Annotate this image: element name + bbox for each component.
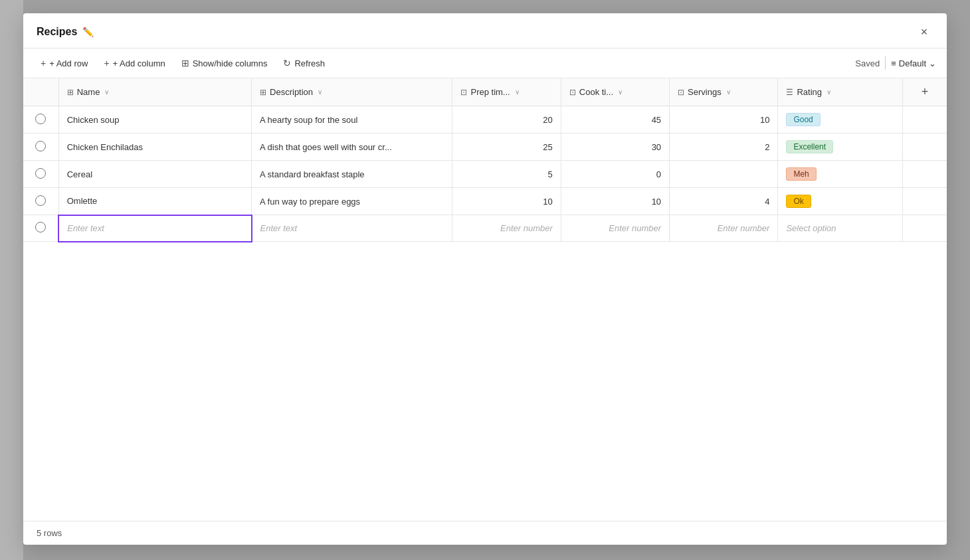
list-icon: ≡ xyxy=(891,58,896,68)
cell-prep-2[interactable]: 5 xyxy=(452,161,561,188)
cell-cook-0[interactable]: 45 xyxy=(561,106,669,134)
row-checkbox-0[interactable] xyxy=(23,106,58,134)
cell-cook-3[interactable]: 10 xyxy=(561,188,669,215)
cell-prep-3[interactable]: 10 xyxy=(452,188,561,215)
add-column-plus-button[interactable]: + xyxy=(911,85,939,99)
new-row-checkbox[interactable] xyxy=(23,215,58,242)
checkbox-header xyxy=(23,78,58,106)
modal-container: Recipes ✏️ × + + Add row + + Add column … xyxy=(23,13,947,545)
col-header-servings[interactable]: ⊡ Servings ∨ xyxy=(670,78,778,106)
prep-col-icon: ⊡ xyxy=(460,88,467,97)
show-hide-button[interactable]: ⊞ Show/hide columns xyxy=(175,54,274,72)
cell-extra-0 xyxy=(902,106,947,134)
row-count-label: 5 rows xyxy=(37,528,62,538)
cell-servings-0[interactable]: 10 xyxy=(670,106,778,134)
col-cook-label: Cook ti... xyxy=(579,87,613,97)
table-row: Chicken Enchiladas A dish that goes well… xyxy=(23,134,947,161)
rating-col-icon: ☰ xyxy=(786,88,793,97)
cell-extra-2 xyxy=(902,161,947,188)
refresh-label: Refresh xyxy=(294,58,325,68)
rating-badge-1: Excellent xyxy=(786,140,833,153)
new-row: Enter text Enter text Enter number Enter… xyxy=(23,215,947,242)
toolbar: + + Add row + + Add column ⊞ Show/hide c… xyxy=(23,48,947,78)
toolbar-right: Saved ≡ Default ⌄ xyxy=(855,56,936,70)
cell-servings-2[interactable] xyxy=(670,161,778,188)
name-col-icon: ⊞ xyxy=(67,88,74,97)
col-header-cook-time[interactable]: ⊡ Cook ti... ∨ xyxy=(561,78,669,106)
col-desc-label: Description xyxy=(270,87,313,97)
show-hide-label: Show/hide columns xyxy=(193,58,268,68)
rating-badge-2: Meh xyxy=(786,167,816,181)
show-hide-icon: ⊞ xyxy=(181,58,189,68)
new-row-name-cell[interactable]: Enter text xyxy=(58,215,251,242)
new-row-description-cell[interactable]: Enter text xyxy=(252,215,452,242)
cell-name-0[interactable]: Chicken soup xyxy=(58,106,251,134)
modal-header: Recipes ✏️ × xyxy=(23,13,947,48)
row-checkbox-3[interactable] xyxy=(23,188,58,215)
rating-badge-3: Ok xyxy=(786,195,811,208)
col-name-label: Name xyxy=(77,87,100,97)
new-row-servings-cell[interactable]: Enter number xyxy=(670,215,778,242)
cell-rating-2[interactable]: Meh xyxy=(778,161,903,188)
cook-col-icon: ⊡ xyxy=(569,88,576,97)
cell-description-2[interactable]: A standard breakfast staple xyxy=(252,161,452,188)
cell-rating-3[interactable]: Ok xyxy=(778,188,903,215)
row-checkbox-1[interactable] xyxy=(23,134,58,161)
cell-name-1[interactable]: Chicken Enchiladas xyxy=(58,134,251,161)
col-prep-label: Prep tim... xyxy=(470,87,510,97)
add-row-icon: + xyxy=(41,58,46,68)
desc-sort-icon: ∨ xyxy=(318,88,322,96)
col-header-prep-time[interactable]: ⊡ Prep tim... ∨ xyxy=(452,78,561,106)
prep-sort-icon: ∨ xyxy=(515,88,520,96)
close-button[interactable]: × xyxy=(915,23,933,41)
add-column-label: + Add column xyxy=(113,58,165,68)
col-header-description[interactable]: ⊞ Description ∨ xyxy=(252,78,452,106)
cell-cook-2[interactable]: 0 xyxy=(561,161,669,188)
cell-servings-3[interactable]: 4 xyxy=(670,188,778,215)
modal-overlay: Recipes ✏️ × + + Add row + + Add column … xyxy=(0,0,970,560)
cell-prep-0[interactable]: 20 xyxy=(452,106,561,134)
add-column-button[interactable]: + + Add column xyxy=(97,54,171,72)
default-view-button[interactable]: ≡ Default ⌄ xyxy=(891,58,936,68)
cell-name-2[interactable]: Cereal xyxy=(58,161,251,188)
col-header-rating[interactable]: ☰ Rating ∨ xyxy=(778,78,903,106)
col-add-header: + xyxy=(902,78,947,106)
cell-servings-1[interactable]: 2 xyxy=(670,134,778,161)
cell-description-1[interactable]: A dish that goes well with sour cr... xyxy=(252,134,452,161)
col-servings-label: Servings xyxy=(688,87,722,97)
row-checkbox-2[interactable] xyxy=(23,161,58,188)
cell-description-0[interactable]: A hearty soup for the soul xyxy=(252,106,452,134)
refresh-button[interactable]: ↻ Refresh xyxy=(276,54,332,72)
new-row-prep-cell[interactable]: Enter number xyxy=(452,215,561,242)
col-header-name[interactable]: ⊞ Name ∨ xyxy=(58,78,251,106)
cook-sort-icon: ∨ xyxy=(618,88,623,96)
cell-prep-1[interactable]: 25 xyxy=(452,134,561,161)
new-row-extra xyxy=(902,215,947,242)
modal-title: Recipes xyxy=(37,26,77,38)
new-row-rating-cell[interactable]: Select option xyxy=(778,215,903,242)
cell-rating-0[interactable]: Good xyxy=(778,106,903,134)
edit-icon[interactable]: ✏️ xyxy=(82,27,94,37)
add-row-label: + Add row xyxy=(49,58,88,68)
cell-rating-1[interactable]: Excellent xyxy=(778,134,903,161)
col-rating-label: Rating xyxy=(797,87,822,97)
servings-sort-icon: ∨ xyxy=(726,88,731,96)
table-body: Chicken soup A hearty soup for the soul … xyxy=(23,106,947,242)
rating-badge-0: Good xyxy=(786,113,820,126)
new-row-cook-cell[interactable]: Enter number xyxy=(561,215,669,242)
cell-cook-1[interactable]: 30 xyxy=(561,134,669,161)
cell-description-3[interactable]: A fun way to prepare eggs xyxy=(252,188,452,215)
table-row: Cereal A standard breakfast staple 5 0 M… xyxy=(23,161,947,188)
cell-extra-1 xyxy=(902,134,947,161)
chevron-down-icon: ⌄ xyxy=(929,58,936,68)
table-row: Omlette A fun way to prepare eggs 10 10 … xyxy=(23,188,947,215)
refresh-icon: ↻ xyxy=(283,58,291,68)
cell-name-3[interactable]: Omlette xyxy=(58,188,251,215)
saved-label: Saved xyxy=(855,58,880,68)
rating-sort-icon: ∨ xyxy=(826,88,831,96)
default-label: Default xyxy=(899,58,926,68)
add-row-button[interactable]: + + Add row xyxy=(34,54,94,72)
table-row: Chicken soup A hearty soup for the soul … xyxy=(23,106,947,134)
table-footer: 5 rows xyxy=(23,521,947,545)
servings-col-icon: ⊡ xyxy=(678,88,684,97)
